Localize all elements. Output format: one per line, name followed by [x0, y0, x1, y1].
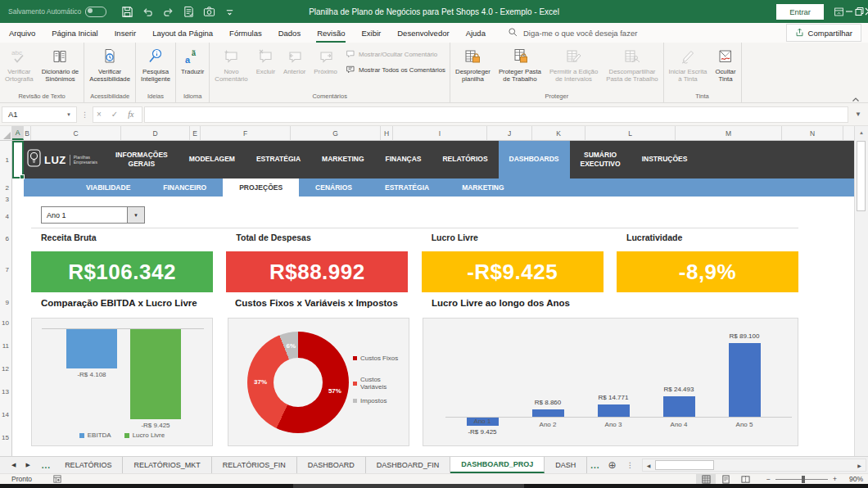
- wb-tab-estrat-gia[interactable]: ESTRATÉGIA: [246, 141, 311, 178]
- sheet-tab-relatórios_mkt[interactable]: RELATÓRIOS_MKT: [123, 457, 211, 473]
- wb-subtab-proje-es[interactable]: PROJEÇÕES: [223, 178, 299, 197]
- wb-tab-instru-es[interactable]: INSTRUÇÕES: [631, 141, 698, 178]
- wb-tab-finan-as[interactable]: FINANÇAS: [375, 141, 432, 178]
- ribbon-button-desproteger-planilha[interactable]: Desproteger planilha: [451, 43, 495, 92]
- zoom-percentage[interactable]: 90%: [842, 475, 863, 483]
- column-header-E[interactable]: E: [190, 126, 201, 140]
- ribbon-tab-inserir[interactable]: Inserir: [107, 23, 143, 43]
- row-header-6[interactable]: 6: [6, 235, 9, 242]
- ribbon-tab-ajuda[interactable]: Ajuda: [459, 23, 493, 43]
- row-header-2[interactable]: 2: [6, 184, 9, 192]
- ribbon-button-traduzir[interactable]: ãaTraduzir: [177, 43, 208, 92]
- qat-customize-icon[interactable]: [220, 3, 238, 20]
- sheet-tab-dashboard[interactable]: DASHBOARD: [297, 457, 366, 473]
- ribbon-button-verificar-acessibilidade[interactable]: Verificar Acessibilidade: [85, 43, 134, 92]
- ribbon-tab-desenvolvedor[interactable]: Desenvolvedor: [390, 23, 456, 43]
- row-header-15[interactable]: 15: [2, 434, 9, 441]
- minimize-icon[interactable]: [844, 2, 854, 21]
- wb-tab-dashboards[interactable]: DASHBOARDS: [499, 141, 570, 178]
- zoom-in-icon[interactable]: +: [833, 475, 837, 483]
- expand-formula-bar-icon[interactable]: ▼: [848, 111, 868, 118]
- formula-bar-kebab-icon[interactable]: ⋮: [77, 111, 93, 119]
- redo-icon[interactable]: [159, 3, 177, 20]
- ribbon-button-proteger-pasta-de-trabalho[interactable]: Proteger Pasta de Trabalho: [495, 43, 545, 92]
- wb-tab-relat-rios[interactable]: RELATÓRIOS: [432, 141, 498, 178]
- wb-tab-modelagem[interactable]: MODELAGEM: [179, 141, 246, 178]
- column-header-H[interactable]: H: [381, 126, 393, 140]
- sheet-prev-icon[interactable]: ◀: [11, 462, 16, 468]
- ribbon-tab-arquivo[interactable]: Arquivo: [2, 23, 43, 43]
- sheet-next-icon[interactable]: ▶: [25, 462, 29, 468]
- page-layout-icon[interactable]: [716, 474, 735, 484]
- wb-subtab-estrat-gia[interactable]: ESTRATÉGIA: [368, 178, 445, 197]
- ribbon-tab-página-inicial[interactable]: Página Inicial: [44, 23, 106, 43]
- record-macro-icon[interactable]: [53, 475, 61, 483]
- autosave-toggle[interactable]: Salvamento Automático: [8, 7, 106, 17]
- row-header-4[interactable]: 4: [6, 213, 9, 220]
- confirm-entry-icon[interactable]: ✓: [111, 110, 118, 119]
- wb-tab-marketing[interactable]: MARKETING: [311, 141, 374, 178]
- insert-function-icon[interactable]: fx: [128, 110, 133, 119]
- sheet-tab-dashboard_fin[interactable]: DASHBOARD_FIN: [366, 457, 451, 473]
- ribbon-tab-layout-da-página[interactable]: Layout da Página: [145, 23, 220, 43]
- page-break-preview-icon[interactable]: [735, 474, 755, 484]
- save-icon[interactable]: [118, 3, 136, 20]
- ribbon-button-ocultar-tinta[interactable]: Ocultar Tinta: [711, 43, 739, 92]
- row-header-3[interactable]: 3: [6, 196, 9, 203]
- wb-subtab-viabilidade[interactable]: VIABILIDADE: [70, 178, 147, 197]
- zoom-out-icon[interactable]: −: [766, 475, 771, 483]
- row-header-1[interactable]: 1: [6, 156, 9, 164]
- normal-view-icon[interactable]: [696, 474, 716, 484]
- column-header-L[interactable]: L: [585, 126, 676, 140]
- wb-subtab-financeiro[interactable]: FINANCEIRO: [147, 178, 223, 197]
- add-sheet-icon[interactable]: ⊕: [604, 457, 622, 473]
- ribbon-tab-fórmulas[interactable]: Fórmulas: [222, 23, 269, 43]
- ribbon-tab-revisão[interactable]: Revisão: [310, 23, 352, 43]
- sheet-tab-kebab-icon[interactable]: ⋮: [622, 457, 639, 473]
- undo-icon[interactable]: [138, 3, 156, 20]
- camera-icon[interactable]: [200, 3, 218, 20]
- sheet-overflow-right[interactable]: ...: [587, 457, 603, 473]
- ribbon-tab-dados[interactable]: Dados: [271, 23, 308, 43]
- ribbon-button-mostrar-todos-os-comentários[interactable]: Mostrar Todos os Comentários: [345, 64, 445, 76]
- column-header-G[interactable]: G: [291, 126, 381, 140]
- row-header-13[interactable]: 13: [2, 388, 9, 395]
- sheet-tab-dashboard_proj[interactable]: DASHBOARD_PROJ: [450, 457, 545, 473]
- wb-subtab-cen-rios[interactable]: CENÁRIOS: [299, 178, 368, 197]
- sheet-tab-relatórios[interactable]: RELATÓRIOS: [54, 457, 123, 473]
- column-header-C[interactable]: C: [31, 126, 121, 140]
- print-preview-icon[interactable]: [179, 3, 197, 20]
- formula-input[interactable]: [144, 106, 848, 123]
- tell-me-search[interactable]: Diga-me o que você deseja fazer: [508, 27, 637, 38]
- sheet-tab-dash[interactable]: DASH: [545, 457, 587, 473]
- row-header-7[interactable]: 7: [6, 266, 9, 273]
- vertical-scrollbar-thumb[interactable]: [857, 141, 866, 211]
- column-header-D[interactable]: D: [121, 126, 190, 140]
- scroll-up-icon[interactable]: ▲: [855, 126, 868, 139]
- column-header-N[interactable]: N: [782, 126, 843, 140]
- cancel-entry-icon[interactable]: ×: [97, 110, 102, 119]
- sheet-overflow-left[interactable]: ...: [38, 457, 54, 473]
- column-header-F[interactable]: F: [201, 126, 291, 140]
- scroll-left-icon[interactable]: ◀: [643, 463, 655, 468]
- name-box[interactable]: A1 ▼: [2, 106, 77, 123]
- horizontal-scrollbar-thumb[interactable]: [655, 460, 714, 470]
- wb-subtab-marketing[interactable]: MARKETING: [445, 178, 520, 197]
- ribbon-display-options-icon[interactable]: [834, 2, 844, 21]
- wb-tab-informa-es-gerais[interactable]: INFORMAÇÕES GERAIS: [105, 141, 179, 178]
- name-box-dropdown-icon[interactable]: ▼: [61, 112, 76, 117]
- zoom-slider[interactable]: [775, 479, 828, 480]
- autosave-toggle-switch[interactable]: [85, 7, 106, 17]
- scroll-right-icon[interactable]: ▶: [853, 463, 866, 468]
- column-header-A[interactable]: A: [12, 126, 24, 140]
- column-header-K[interactable]: K: [532, 126, 585, 140]
- row-header-10[interactable]: 10: [2, 319, 9, 327]
- row-header-11[interactable]: 11: [2, 342, 9, 350]
- column-header-J[interactable]: J: [487, 126, 532, 140]
- sheet-tab-relatórios_fin[interactable]: RELATÓRIOS_FIN: [212, 457, 297, 473]
- sign-in-button[interactable]: Entrar: [776, 4, 824, 20]
- wb-tab-sum-rio-executivo[interactable]: SUMÁRIO EXECUTIVO: [570, 141, 631, 178]
- year-selector-dropdown-icon[interactable]: ▼: [128, 207, 144, 223]
- row-header-9[interactable]: 9: [6, 299, 9, 306]
- ribbon-button-pesquisa-inteligente[interactable]: Pesquisa Inteligente: [137, 43, 174, 92]
